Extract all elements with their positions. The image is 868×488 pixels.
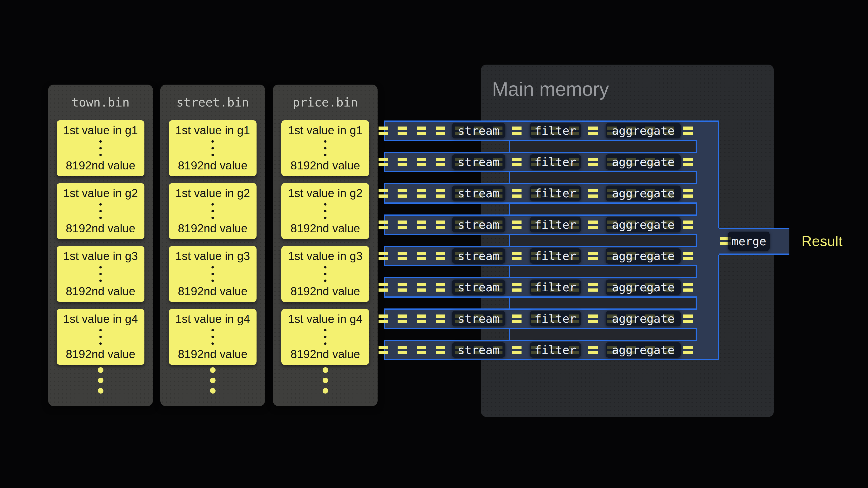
ellipsis-dot [99, 336, 102, 338]
more-groups-dot [210, 378, 216, 383]
value-block-first: 1st value in g3 [281, 249, 369, 263]
value-block-first: 1st value in g1 [281, 123, 369, 138]
value-block: 1st value in g48192nd value [281, 309, 369, 365]
ellipsis-dot [212, 266, 214, 268]
value-block-last: 8192nd value [57, 158, 145, 173]
stage-box-stream: stream [452, 217, 505, 232]
stage-box-aggregate: aggregate [606, 248, 681, 264]
ellipsis-dot [212, 217, 214, 219]
stage-box-stream: stream [452, 123, 505, 138]
stage-box-filter: filter [530, 311, 581, 326]
value-block-last: 8192nd value [57, 221, 145, 236]
more-groups-dot [98, 367, 103, 373]
ellipsis-dot [324, 343, 327, 345]
value-block: 1st value in g28192nd value [281, 183, 369, 239]
merge-box: merge [728, 232, 770, 251]
value-block-first: 1st value in g1 [169, 123, 256, 138]
value-block-last: 8192nd value [169, 284, 256, 299]
ellipsis-dot [324, 336, 327, 338]
main-memory-title: Main memory [492, 78, 609, 100]
buffer-slot [509, 234, 697, 247]
result-label: Result [802, 233, 842, 250]
value-block: 1st value in g48192nd value [169, 309, 256, 365]
file-panel-price.bin: price.bin1st value in g18192nd value1st … [273, 85, 378, 406]
ellipsis-dot [324, 280, 327, 282]
value-block: 1st value in g18192nd value [169, 120, 256, 176]
stage-box-filter: filter [530, 123, 581, 138]
value-block-first: 1st value in g2 [281, 186, 369, 200]
spine-border-top-segment [718, 121, 719, 228]
file-panel-street.bin: street.bin1st value in g18192nd value1st… [160, 85, 265, 406]
ellipsis-dot [324, 203, 327, 205]
value-block-first: 1st value in g2 [169, 186, 256, 200]
ellipsis-dot [212, 147, 214, 150]
buffer-slot [509, 140, 697, 153]
buffer-slot [509, 171, 697, 184]
stage-box-aggregate: aggregate [606, 342, 681, 358]
value-block-last: 8192nd value [281, 221, 369, 236]
ellipsis-dot [99, 140, 102, 143]
ellipsis-dot [324, 210, 327, 212]
value-block: 1st value in g18192nd value [281, 120, 369, 176]
stage-box-filter: filter [530, 186, 581, 201]
value-block-first: 1st value in g2 [57, 186, 145, 200]
stage-box-stream: stream [452, 280, 505, 295]
value-block-last: 8192nd value [57, 284, 145, 299]
stage-box-filter: filter [530, 154, 581, 170]
more-groups-dot [322, 388, 328, 394]
value-block: 1st value in g38192nd value [169, 246, 256, 302]
file-panel-town.bin: town.bin1st value in g18192nd value1st v… [48, 85, 153, 406]
ellipsis-dot [212, 203, 214, 205]
ellipsis-dot [212, 210, 214, 212]
ellipsis-dot [99, 154, 102, 156]
stage-box-aggregate: aggregate [606, 154, 681, 170]
stage-box-filter: filter [530, 217, 581, 232]
ellipsis-dot [99, 210, 102, 212]
stage-box-filter: filter [530, 342, 581, 358]
ellipsis-dot [324, 266, 327, 268]
ellipsis-dot [99, 280, 102, 282]
ellipsis-dot [324, 217, 327, 219]
stage-box-filter: filter [530, 280, 581, 295]
stage-box-aggregate: aggregate [606, 123, 681, 138]
stage-box-aggregate: aggregate [606, 217, 681, 232]
ellipsis-dot [99, 217, 102, 219]
stage-box-aggregate: aggregate [606, 311, 681, 326]
stage-box-stream: stream [452, 154, 505, 170]
more-groups-dot [322, 378, 328, 383]
stage-box-aggregate: aggregate [606, 186, 681, 201]
value-block: 1st value in g38192nd value [281, 246, 369, 302]
buffer-slot [509, 328, 697, 341]
buffer-slot [509, 265, 697, 278]
buffer-slot [509, 296, 697, 310]
ellipsis-dot [99, 273, 102, 275]
stage-box-aggregate: aggregate [606, 280, 681, 295]
ellipsis-dot [99, 266, 102, 268]
stage-box-stream: stream [452, 342, 505, 358]
spine-border-bottom-segment [718, 255, 719, 360]
more-groups-dot [322, 367, 328, 373]
value-block: 1st value in g48192nd value [57, 309, 145, 365]
value-block-last: 8192nd value [169, 221, 256, 236]
ellipsis-dot [324, 273, 327, 275]
value-block-last: 8192nd value [169, 158, 256, 173]
ellipsis-dot [212, 343, 214, 345]
ellipsis-dot [212, 280, 214, 282]
stage-box-stream: stream [452, 311, 505, 326]
more-groups-dot [98, 378, 103, 383]
stage-box-filter: filter [530, 248, 581, 264]
ellipsis-dot [324, 140, 327, 143]
ellipsis-dot [324, 154, 327, 156]
ellipsis-dot [99, 203, 102, 205]
more-groups-dot [210, 388, 216, 394]
ellipsis-dot [324, 329, 327, 331]
value-block-last: 8192nd value [281, 284, 369, 299]
value-block-last: 8192nd value [169, 347, 256, 361]
more-groups-dot [98, 388, 103, 394]
value-block: 1st value in g38192nd value [57, 246, 145, 302]
value-block-last: 8192nd value [57, 347, 145, 361]
ellipsis-dot [99, 147, 102, 150]
pipeline-spine [697, 121, 719, 360]
file-panel-title: street.bin [160, 95, 265, 110]
file-panel-title: town.bin [48, 95, 153, 110]
